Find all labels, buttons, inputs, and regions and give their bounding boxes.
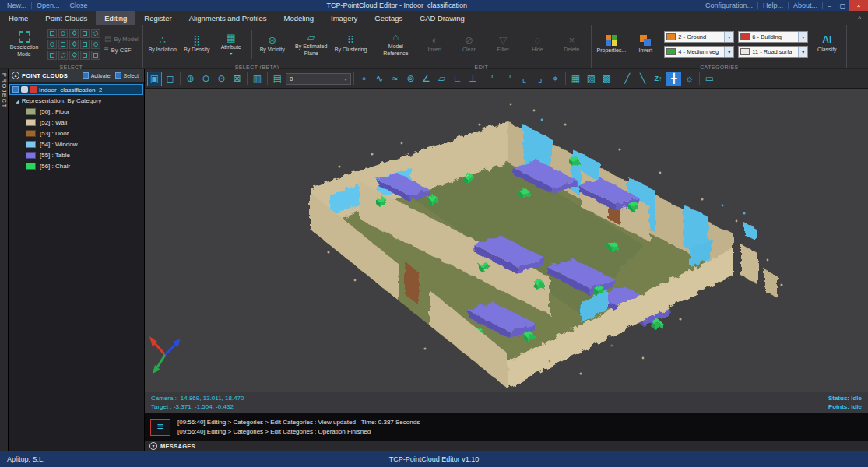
tab-imagery[interactable]: Imagery (322, 11, 366, 25)
collapse-ribbon-icon[interactable]: ^ (851, 11, 868, 25)
menu-open[interactable]: Open... (32, 2, 65, 9)
frame-corner-4-icon[interactable]: ⌟ (532, 72, 547, 86)
category-properties-button[interactable]: Properties... (596, 26, 627, 62)
tab-home[interactable]: Home (0, 11, 37, 25)
zoom-in-icon[interactable]: ⊕ (183, 72, 198, 86)
legend-item-table[interactable]: [55] : Table (9, 149, 144, 160)
category-select-building[interactable]: 6 - Building ▾ (738, 31, 808, 43)
close-button[interactable]: × (849, 0, 868, 11)
pan-move-icon[interactable]: ╋ (666, 72, 681, 86)
point-tool-icon[interactable]: ∘ (357, 72, 371, 86)
zoom-extents-icon[interactable]: ⊙ (214, 72, 229, 86)
by-clustering-button[interactable]: ⠿ By Clustering (335, 26, 367, 62)
category-select-road-surface[interactable]: 11 - Road surfa ▾ (738, 46, 808, 58)
messages-header[interactable]: ▾ MESSAGES (145, 441, 868, 451)
cloud-activate-checkbox[interactable] (12, 86, 19, 93)
select-fence-icon[interactable] (80, 40, 90, 49)
minimize-button[interactable]: – (823, 0, 836, 11)
section-tool-icon[interactable]: ⊥ (466, 72, 480, 86)
spline-tool-icon[interactable]: ≈ (388, 72, 402, 86)
select-circle-dashed-icon[interactable] (91, 29, 100, 38)
dropdown-caret-icon[interactable]: ▾ (724, 32, 733, 42)
by-density-button[interactable]: ⣿ By Density (181, 26, 213, 62)
maximize-button[interactable]: ▢ (836, 0, 849, 11)
select-circle-icon[interactable] (58, 29, 68, 38)
menu-about[interactable]: About... (789, 2, 823, 9)
select-strip-icon[interactable] (80, 51, 90, 60)
model-reference-button[interactable]: ⌂ Model Reference (375, 26, 416, 62)
dropdown-caret-icon[interactable]: ▾ (798, 47, 807, 57)
category-invert-button[interactable]: Invert (630, 26, 661, 62)
tree-expand-icon[interactable]: ◢ (16, 98, 19, 104)
menu-close[interactable]: Close (65, 2, 93, 9)
select-brush-icon[interactable] (91, 51, 100, 60)
delete-button[interactable]: × Delete (556, 26, 587, 62)
select-rectangle-icon[interactable] (47, 29, 57, 38)
dropdown-caret-icon[interactable]: ▾ (724, 47, 733, 57)
grid-medium-icon[interactable]: ▧ (584, 72, 599, 86)
layer-select[interactable]: 0 ▾ (286, 73, 351, 85)
attribute-button[interactable]: ▦ Attribute ▾ (216, 26, 247, 62)
viewport-3d[interactable] (145, 89, 868, 392)
representation-row[interactable]: ◢ Representation: By Category (9, 96, 144, 106)
tab-editing[interactable]: Editing (96, 11, 135, 25)
tab-register[interactable]: Register (135, 11, 180, 25)
frame-corner-1-icon[interactable]: ⌜ (486, 72, 501, 86)
tree-root-item[interactable]: Indoor_classification_2 (9, 84, 143, 95)
select-plane-icon[interactable] (69, 51, 79, 60)
measure-line-icon[interactable]: ╱ (620, 72, 634, 86)
select-checkbox[interactable] (115, 72, 121, 79)
zoom-window-icon[interactable]: ⊠ (230, 72, 244, 86)
views-dropdown-icon[interactable]: ▥ (250, 72, 265, 86)
layers-icon[interactable]: ▤ (270, 72, 285, 86)
menu-configuration[interactable]: Configuration... (701, 2, 758, 9)
legend-item-wall[interactable]: [52] : Wall (9, 117, 144, 128)
select-ellipse-icon[interactable] (91, 40, 100, 49)
menu-help[interactable]: Help... (758, 2, 789, 9)
select-lasso-icon[interactable] (47, 40, 57, 49)
collapse-messages-icon[interactable]: ▾ (149, 442, 157, 450)
frame-corner-2-icon[interactable]: ⌝ (501, 72, 516, 86)
measure-segment-icon[interactable]: ╲ (635, 72, 650, 86)
activate-checkbox[interactable] (83, 72, 89, 79)
z-up-icon[interactable]: Z↑ (651, 72, 666, 86)
legend-item-floor[interactable]: [50] : Floor (9, 106, 144, 117)
tab-cad-drawing[interactable]: CAD Drawing (411, 11, 473, 25)
menu-new[interactable]: New... (2, 2, 32, 9)
target-point-icon[interactable]: ⌖ (548, 72, 563, 86)
deselection-mode-button[interactable]: Deselection Mode (4, 26, 44, 62)
by-vicinity-button[interactable]: ⊛ By Vicinity (257, 26, 288, 62)
select-rectangle-dashed-icon[interactable] (80, 29, 90, 38)
point-cloud-canvas[interactable] (145, 89, 868, 392)
level-tool-icon[interactable]: ∟ (450, 72, 465, 86)
category-select-ground[interactable]: 2 - Ground ▾ (664, 31, 734, 43)
collapse-point-clouds-icon[interactable]: ▴ (12, 72, 19, 79)
polyline-tool-icon[interactable]: ∿ (372, 72, 387, 86)
select-box-icon[interactable] (47, 51, 57, 60)
classify-button[interactable]: AI Classify (811, 26, 842, 62)
select-by-csf-button[interactable]: ≡ By CSF (104, 46, 139, 54)
dropdown-caret-icon[interactable]: ▾ (798, 32, 807, 42)
legend-item-window[interactable]: [54] : Window (9, 139, 144, 149)
layer-caret-icon[interactable]: ▾ (341, 76, 350, 82)
tab-modeling[interactable]: Modeling (275, 11, 322, 25)
legend-item-chair[interactable]: [56] : Chair (9, 160, 144, 171)
screen-dropdown-icon[interactable]: ▭ (702, 72, 717, 86)
plane-tool-icon[interactable]: ▱ (434, 72, 449, 86)
hide-button[interactable]: ◌ Hide (522, 26, 553, 62)
clear-button[interactable]: ⊘ Clear (453, 26, 484, 62)
select-by-model-button[interactable]: ▤ By Model (104, 35, 139, 43)
grid-dense-icon[interactable]: ▦ (568, 72, 583, 86)
grid-coarse-icon[interactable]: ▩ (599, 72, 614, 86)
zoom-out-icon[interactable]: ⊖ (199, 72, 213, 86)
select-polygon-icon[interactable] (69, 29, 79, 38)
circle-tool-icon[interactable]: ⊚ (403, 72, 418, 86)
lighting-icon[interactable]: ☼ (682, 72, 697, 86)
tab-alignments-profiles[interactable]: Alignments and Profiles (181, 11, 276, 25)
select-square-icon[interactable] (58, 40, 68, 49)
view-frame-icon[interactable]: ◻ (163, 72, 177, 86)
invert-button[interactable]: ◐ Invert (419, 26, 450, 62)
filter-button[interactable]: ▽ Filter (487, 26, 518, 62)
project-tab[interactable]: PROJECT (0, 69, 9, 451)
angle-tool-icon[interactable]: ∠ (419, 72, 434, 86)
